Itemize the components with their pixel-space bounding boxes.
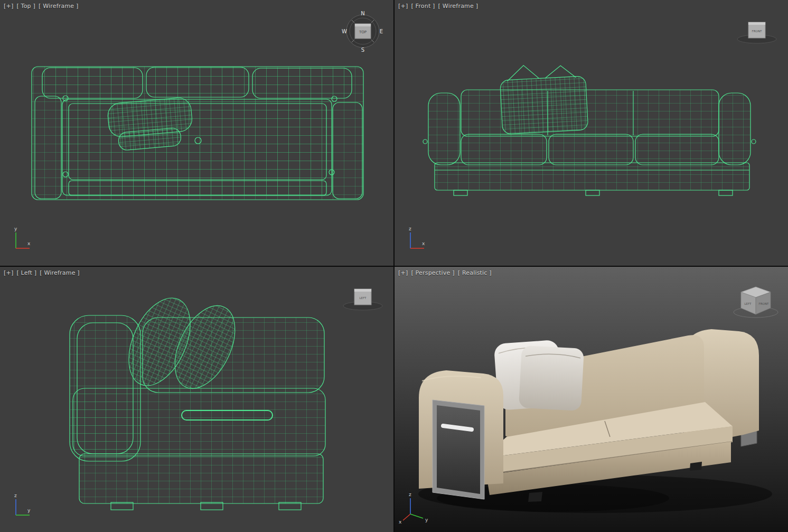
viewport-shading-menu[interactable]: [ Realistic ]	[458, 269, 492, 276]
axis-y-label: y	[27, 508, 31, 513]
axis-z-label: z	[409, 492, 411, 497]
viewcube-left-face-label: LEFT	[360, 296, 367, 300]
viewport-menu-button[interactable]: [+]	[398, 269, 408, 276]
axis-tripod-top: y x	[14, 226, 31, 248]
viewport-view-menu[interactable]: [ Front ]	[411, 3, 435, 10]
sofa-left-wireframe[interactable]	[70, 288, 325, 510]
viewcube-front-face-label: FRONT	[752, 30, 762, 33]
viewport-view-menu[interactable]: [ Perspective ]	[411, 269, 454, 276]
viewcube-top[interactable]: TOP N E S W	[342, 11, 383, 53]
axis-x-label: x	[27, 241, 31, 246]
viewport-view-menu[interactable]: [ Left ]	[16, 269, 36, 276]
viewport-top[interactable]: [+] [ Top ] [ Wireframe ]	[0, 0, 393, 266]
compass-south-label[interactable]: S	[361, 47, 364, 53]
pillow-front[interactable]	[519, 346, 584, 411]
viewport-menu-button[interactable]: [+]	[4, 3, 13, 10]
compass-north-label[interactable]: N	[361, 11, 364, 16]
viewport-menu-button[interactable]: [+]	[4, 269, 13, 276]
viewcube-persp-front-label: FRONT	[759, 302, 769, 305]
viewport-shading-menu[interactable]: [ Wireframe ]	[40, 269, 80, 276]
viewport-left[interactable]: [+] [ Left ] [ Wireframe ]	[0, 267, 393, 532]
axis-y-label: y	[425, 517, 428, 522]
viewcube-top-face-label: TOP	[359, 30, 367, 34]
axis-tripod-front: z x	[409, 226, 425, 248]
sofa-front-wireframe[interactable]	[423, 62, 756, 195]
axis-z-label: z	[14, 493, 17, 498]
axis-tripod-left: z y	[14, 493, 31, 515]
pillow-front-wireframe[interactable]	[499, 62, 588, 134]
viewcube-front[interactable]: FRONT	[737, 22, 776, 43]
viewport-left-label: [+] [ Left ] [ Wireframe ]	[4, 269, 80, 276]
viewport-top-label: [+] [ Top ] [ Wireframe ]	[4, 3, 79, 10]
viewport-front-label: [+] [ Front ] [ Wireframe ]	[398, 3, 478, 10]
axis-x-label: x	[422, 241, 425, 246]
axis-y-label: y	[14, 226, 17, 231]
viewport-workspace: { "viewports": { "top": { "menu": "[+]",…	[0, 0, 788, 532]
viewport-shading-menu[interactable]: [ Wireframe ]	[438, 3, 479, 10]
viewcube-persp-left-label: LEFT	[745, 302, 752, 305]
viewport-menu-button[interactable]: [+]	[398, 3, 408, 10]
viewport-front-canvas: FRONT z x	[395, 0, 788, 266]
compass-east-label[interactable]: E	[380, 29, 383, 34]
sofa-top-wireframe[interactable]	[32, 67, 363, 200]
viewport-grid: [+] [ Top ] [ Wireframe ]	[0, 0, 788, 532]
viewport-front[interactable]: [+] [ Front ] [ Wireframe ]	[395, 0, 788, 266]
axis-z-label: z	[409, 226, 411, 231]
viewport-view-menu[interactable]: [ Top ]	[16, 3, 35, 10]
viewport-left-canvas: LEFT z y	[0, 267, 393, 532]
viewport-perspective[interactable]: [+] [ Perspective ] [ Realistic ]	[395, 267, 788, 532]
arm-tray-panel[interactable]	[433, 400, 484, 499]
compass-west-label[interactable]: W	[342, 29, 347, 34]
viewport-top-canvas: TOP N E S W y x	[0, 0, 393, 266]
viewcube-left[interactable]: LEFT	[343, 289, 382, 310]
viewport-shading-menu[interactable]: [ Wireframe ]	[39, 3, 79, 10]
viewport-perspective-canvas: LEFT FRONT z x y	[395, 267, 788, 532]
axis-x-label: x	[399, 519, 402, 525]
viewport-perspective-label: [+] [ Perspective ] [ Realistic ]	[398, 269, 492, 276]
